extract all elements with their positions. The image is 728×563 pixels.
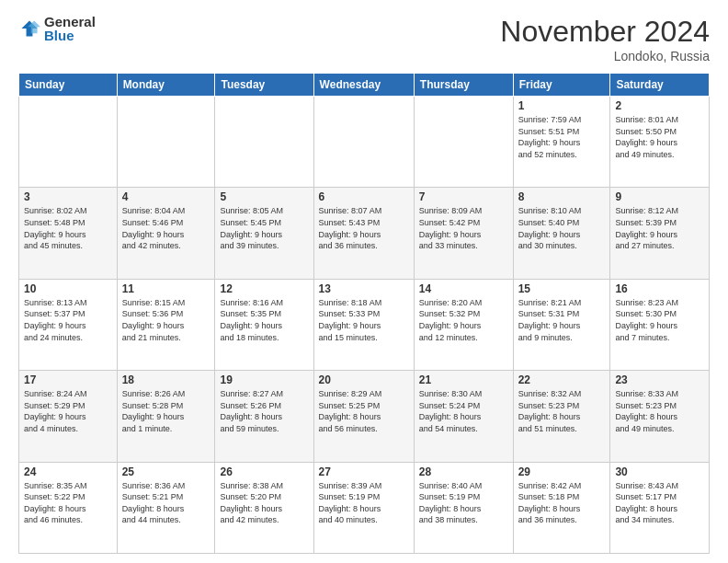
calendar-cell: 11Sunrise: 8:15 AM Sunset: 5:36 PM Dayli…: [117, 279, 215, 370]
week-row-3: 17Sunrise: 8:24 AM Sunset: 5:29 PM Dayli…: [19, 371, 710, 462]
col-saturday: Saturday: [610, 74, 710, 97]
month-title: November 2024: [500, 15, 710, 49]
day-number: 3: [24, 190, 112, 203]
day-number: 15: [518, 282, 606, 295]
day-info: Sunrise: 8:39 AM Sunset: 5:19 PM Dayligh…: [319, 480, 409, 526]
header-row: Sunday Monday Tuesday Wednesday Thursday…: [19, 74, 710, 97]
day-info: Sunrise: 8:40 AM Sunset: 5:19 PM Dayligh…: [419, 480, 508, 526]
day-number: 1: [518, 99, 606, 112]
day-number: 23: [615, 373, 704, 386]
col-tuesday: Tuesday: [215, 74, 313, 97]
col-thursday: Thursday: [414, 74, 513, 97]
day-number: 17: [24, 373, 112, 386]
calendar-cell: 9Sunrise: 8:12 AM Sunset: 5:39 PM Daylig…: [610, 188, 710, 279]
calendar-cell: 8Sunrise: 8:10 AM Sunset: 5:40 PM Daylig…: [513, 188, 610, 279]
calendar-cell: 6Sunrise: 8:07 AM Sunset: 5:43 PM Daylig…: [313, 188, 414, 279]
calendar-cell: 12Sunrise: 8:16 AM Sunset: 5:35 PM Dayli…: [215, 279, 313, 370]
day-number: 4: [122, 190, 210, 203]
logo-text: General Blue: [44, 15, 96, 42]
day-info: Sunrise: 8:23 AM Sunset: 5:30 PM Dayligh…: [615, 297, 704, 343]
day-info: Sunrise: 8:09 AM Sunset: 5:42 PM Dayligh…: [419, 205, 508, 251]
calendar-cell: 17Sunrise: 8:24 AM Sunset: 5:29 PM Dayli…: [19, 371, 118, 462]
logo-blue: Blue: [44, 29, 96, 42]
logo-general: General: [44, 15, 96, 29]
day-info: Sunrise: 8:07 AM Sunset: 5:43 PM Dayligh…: [319, 205, 409, 251]
day-number: 7: [419, 190, 508, 203]
page: General Blue November 2024 Londoko, Russ…: [0, 0, 728, 563]
calendar-cell: 2Sunrise: 8:01 AM Sunset: 5:50 PM Daylig…: [610, 97, 710, 188]
day-info: Sunrise: 8:30 AM Sunset: 5:24 PM Dayligh…: [419, 388, 508, 434]
day-number: 21: [419, 373, 508, 386]
logo: General Blue: [18, 15, 96, 42]
day-info: Sunrise: 8:02 AM Sunset: 5:48 PM Dayligh…: [24, 205, 112, 251]
day-number: 20: [319, 373, 409, 386]
calendar-cell: 23Sunrise: 8:33 AM Sunset: 5:23 PM Dayli…: [610, 371, 710, 462]
day-info: Sunrise: 8:35 AM Sunset: 5:22 PM Dayligh…: [24, 480, 112, 526]
day-info: Sunrise: 8:38 AM Sunset: 5:20 PM Dayligh…: [220, 480, 308, 526]
calendar-cell: 30Sunrise: 8:43 AM Sunset: 5:17 PM Dayli…: [610, 462, 710, 553]
day-number: 27: [319, 465, 409, 478]
logo-icon: [18, 17, 40, 40]
day-info: Sunrise: 8:32 AM Sunset: 5:23 PM Dayligh…: [518, 388, 606, 434]
day-number: 16: [615, 282, 704, 295]
calendar-cell: 13Sunrise: 8:18 AM Sunset: 5:33 PM Dayli…: [313, 279, 414, 370]
day-number: 9: [615, 190, 704, 203]
col-friday: Friday: [513, 74, 610, 97]
day-info: Sunrise: 8:10 AM Sunset: 5:40 PM Dayligh…: [518, 205, 606, 251]
calendar-cell: 22Sunrise: 8:32 AM Sunset: 5:23 PM Dayli…: [513, 371, 610, 462]
calendar-cell: 25Sunrise: 8:36 AM Sunset: 5:21 PM Dayli…: [117, 462, 215, 553]
day-number: 19: [220, 373, 308, 386]
day-number: 6: [319, 190, 409, 203]
calendar-cell: 5Sunrise: 8:05 AM Sunset: 5:45 PM Daylig…: [215, 188, 313, 279]
calendar-cell: 3Sunrise: 8:02 AM Sunset: 5:48 PM Daylig…: [19, 188, 118, 279]
day-info: Sunrise: 8:13 AM Sunset: 5:37 PM Dayligh…: [24, 297, 112, 343]
day-number: 26: [220, 465, 308, 478]
day-number: 29: [518, 465, 606, 478]
day-info: Sunrise: 8:29 AM Sunset: 5:25 PM Dayligh…: [319, 388, 409, 434]
day-number: 5: [220, 190, 308, 203]
calendar-cell: 14Sunrise: 8:20 AM Sunset: 5:32 PM Dayli…: [414, 279, 513, 370]
calendar-cell: 26Sunrise: 8:38 AM Sunset: 5:20 PM Dayli…: [215, 462, 313, 553]
day-number: 28: [419, 465, 508, 478]
calendar-cell: 21Sunrise: 8:30 AM Sunset: 5:24 PM Dayli…: [414, 371, 513, 462]
calendar-cell: 19Sunrise: 8:27 AM Sunset: 5:26 PM Dayli…: [215, 371, 313, 462]
day-number: 12: [220, 282, 308, 295]
header: General Blue November 2024 Londoko, Russ…: [18, 15, 710, 63]
day-number: 22: [518, 373, 606, 386]
col-sunday: Sunday: [19, 74, 118, 97]
day-info: Sunrise: 8:27 AM Sunset: 5:26 PM Dayligh…: [220, 388, 308, 434]
calendar-cell: 24Sunrise: 8:35 AM Sunset: 5:22 PM Dayli…: [19, 462, 118, 553]
calendar-cell: 29Sunrise: 8:42 AM Sunset: 5:18 PM Dayli…: [513, 462, 610, 553]
day-info: Sunrise: 8:43 AM Sunset: 5:17 PM Dayligh…: [615, 480, 704, 526]
day-info: Sunrise: 8:05 AM Sunset: 5:45 PM Dayligh…: [220, 205, 308, 251]
calendar-cell: 1Sunrise: 7:59 AM Sunset: 5:51 PM Daylig…: [513, 97, 610, 188]
week-row-4: 24Sunrise: 8:35 AM Sunset: 5:22 PM Dayli…: [19, 462, 710, 553]
week-row-0: 1Sunrise: 7:59 AM Sunset: 5:51 PM Daylig…: [19, 97, 710, 188]
calendar-cell: 20Sunrise: 8:29 AM Sunset: 5:25 PM Dayli…: [313, 371, 414, 462]
day-info: Sunrise: 8:24 AM Sunset: 5:29 PM Dayligh…: [24, 388, 112, 434]
day-info: Sunrise: 7:59 AM Sunset: 5:51 PM Dayligh…: [518, 114, 606, 160]
day-info: Sunrise: 8:33 AM Sunset: 5:23 PM Dayligh…: [615, 388, 704, 434]
calendar-table: Sunday Monday Tuesday Wednesday Thursday…: [18, 73, 710, 554]
day-number: 10: [24, 282, 112, 295]
day-info: Sunrise: 8:12 AM Sunset: 5:39 PM Dayligh…: [615, 205, 704, 251]
day-number: 8: [518, 190, 606, 203]
day-number: 25: [122, 465, 210, 478]
week-row-1: 3Sunrise: 8:02 AM Sunset: 5:48 PM Daylig…: [19, 188, 710, 279]
calendar-cell: [313, 97, 414, 188]
calendar-cell: 16Sunrise: 8:23 AM Sunset: 5:30 PM Dayli…: [610, 279, 710, 370]
title-block: November 2024 Londoko, Russia: [500, 15, 710, 63]
day-number: 30: [615, 465, 704, 478]
day-number: 14: [419, 282, 508, 295]
calendar-cell: 15Sunrise: 8:21 AM Sunset: 5:31 PM Dayli…: [513, 279, 610, 370]
day-info: Sunrise: 8:15 AM Sunset: 5:36 PM Dayligh…: [122, 297, 210, 343]
day-number: 2: [615, 99, 704, 112]
calendar-cell: [19, 97, 118, 188]
day-info: Sunrise: 8:36 AM Sunset: 5:21 PM Dayligh…: [122, 480, 210, 526]
day-info: Sunrise: 8:20 AM Sunset: 5:32 PM Dayligh…: [419, 297, 508, 343]
day-info: Sunrise: 8:21 AM Sunset: 5:31 PM Dayligh…: [518, 297, 606, 343]
calendar-cell: 27Sunrise: 8:39 AM Sunset: 5:19 PM Dayli…: [313, 462, 414, 553]
day-number: 13: [319, 282, 409, 295]
day-info: Sunrise: 8:26 AM Sunset: 5:28 PM Dayligh…: [122, 388, 210, 434]
day-info: Sunrise: 8:18 AM Sunset: 5:33 PM Dayligh…: [319, 297, 409, 343]
